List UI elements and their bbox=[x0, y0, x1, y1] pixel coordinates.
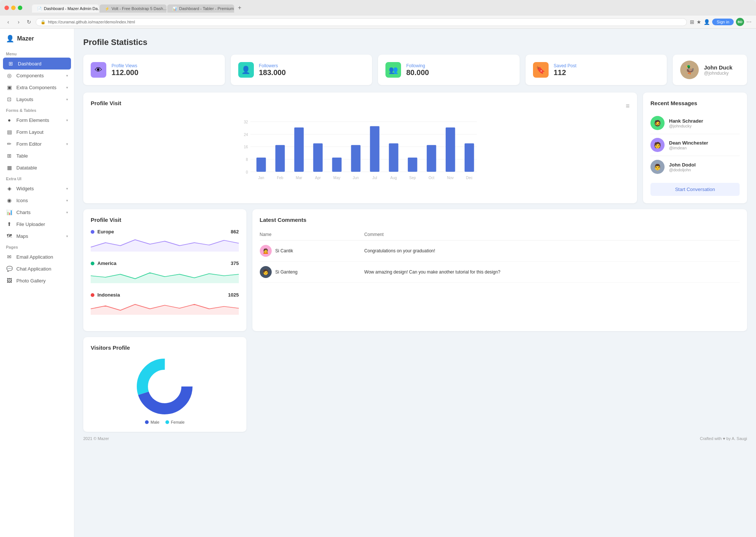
charts-icon: 📊 bbox=[6, 209, 13, 215]
sidebar-item-email[interactable]: ✉ Email Application bbox=[0, 251, 74, 263]
visit-row-europe: Europe 862 bbox=[91, 229, 239, 253]
widgets-icon: ◈ bbox=[6, 185, 13, 191]
tab-dashboard-mazer[interactable]: 📄 Dashboard - Mazer Admin Da... ✕ bbox=[32, 4, 99, 13]
sidebar-item-form-layout[interactable]: ▤ Form Layout bbox=[0, 126, 74, 138]
tab-tabler[interactable]: 📊 Dashboard - Tabler - Premium... ✕ bbox=[167, 4, 234, 13]
svg-text:Apr: Apr bbox=[315, 176, 321, 180]
chat-icon: 💬 bbox=[6, 266, 13, 272]
saved-post-icon-wrap: 🔖 bbox=[533, 62, 549, 78]
svg-text:0: 0 bbox=[246, 170, 248, 174]
sidebar-item-file-uploader[interactable]: ⬆ File Uploader bbox=[0, 218, 74, 230]
svg-text:Jun: Jun bbox=[353, 176, 359, 180]
commenter-name: Si Ganteng bbox=[275, 269, 298, 275]
start-conversation-button[interactable]: Start Conversation bbox=[650, 183, 740, 196]
table-row: 🧑 Si Ganteng Wow amazing design! Can you… bbox=[260, 262, 740, 283]
form-layout-icon: ▤ bbox=[6, 129, 13, 135]
extra-ui-label: Extra UI bbox=[0, 174, 74, 182]
svg-rect-10 bbox=[256, 158, 266, 172]
new-tab-button[interactable]: + bbox=[235, 3, 244, 13]
visit-row-america: America 375 bbox=[91, 261, 239, 285]
dashboard-icon: ⊞ bbox=[7, 61, 14, 67]
close-button[interactable] bbox=[4, 6, 9, 10]
sidebar-item-label: Charts bbox=[16, 210, 30, 215]
bookmark-icon: 🔖 bbox=[536, 65, 545, 74]
svg-text:Mar: Mar bbox=[296, 176, 303, 180]
sidebar-item-label: Datatable bbox=[16, 165, 37, 171]
sidebar-item-components[interactable]: ◎ Components ▾ bbox=[0, 69, 74, 81]
maximize-button[interactable] bbox=[18, 6, 22, 10]
svg-text:Sep: Sep bbox=[409, 176, 416, 180]
sidebar-item-dashboard[interactable]: ⊞ Dashboard bbox=[3, 58, 71, 69]
browser-traffic-lights: 📄 Dashboard - Mazer Admin Da... ✕ ⚡ Volt… bbox=[4, 3, 752, 13]
sidebar-item-charts[interactable]: 📊 Charts ▾ bbox=[0, 206, 74, 218]
stat-info-following: Following 80.000 bbox=[406, 63, 429, 77]
back-button[interactable]: ‹ bbox=[4, 18, 12, 26]
sidebar-item-left: ◎ Components bbox=[6, 72, 44, 78]
profile-card: 🦆 John Duck @johnducky bbox=[673, 55, 747, 85]
america-value: 375 bbox=[231, 261, 239, 266]
stat-value: 112 bbox=[554, 68, 576, 77]
sidebar-item-form-editor[interactable]: ✏ Form Editor ▾ bbox=[0, 138, 74, 150]
chevron-down-icon: ▾ bbox=[66, 118, 68, 122]
chevron-down-icon: ▾ bbox=[66, 142, 68, 146]
sidebar-item-label: Extra Components bbox=[16, 85, 56, 90]
datatable-icon: ▦ bbox=[6, 165, 13, 171]
chart-menu-icon[interactable]: ≡ bbox=[626, 102, 630, 110]
svg-text:24: 24 bbox=[244, 133, 248, 137]
tab-volt[interactable]: ⚡ Volt - Free Bootstrap 5 Dash... ✕ bbox=[100, 4, 167, 13]
bar-chart-svg: 32 24 16 8 0 bbox=[91, 117, 630, 191]
sidebar-item-left: ◈ Widgets bbox=[6, 185, 34, 191]
sidebar-item-form-elements[interactable]: ● Form Elements ▾ bbox=[0, 114, 74, 126]
sidebar-item-table[interactable]: ⊞ Table bbox=[0, 150, 74, 162]
svg-rect-12 bbox=[294, 127, 304, 172]
sidebar-item-icons[interactable]: ◉ Icons ▾ bbox=[0, 194, 74, 206]
sidebar-item-label: Widgets bbox=[16, 186, 34, 191]
stat-card-followers: 👤 Followers 183.000 bbox=[231, 55, 372, 85]
refresh-button[interactable]: ↻ bbox=[25, 18, 33, 26]
sidebar-item-left: ● Form Elements bbox=[6, 117, 49, 123]
extensions-icon[interactable]: ⊞ bbox=[690, 19, 694, 25]
svg-rect-17 bbox=[389, 143, 398, 172]
forward-button[interactable]: › bbox=[15, 18, 22, 26]
sidebar-item-widgets[interactable]: ◈ Widgets ▾ bbox=[0, 182, 74, 194]
female-pct-label: 30.0% bbox=[148, 385, 159, 389]
svg-text:Aug: Aug bbox=[390, 176, 397, 180]
sidebar-item-left: ◉ Icons bbox=[6, 197, 28, 203]
visit-row-header: America 375 bbox=[91, 261, 239, 266]
stat-label: Followers bbox=[259, 63, 286, 68]
profile-icon[interactable]: 👤 bbox=[704, 19, 710, 25]
chevron-down-icon: ▾ bbox=[66, 85, 68, 90]
bookmark-icon[interactable]: ★ bbox=[697, 19, 701, 25]
message-info: Hank Schrader @johnducky bbox=[669, 118, 703, 128]
sidebar-item-label: File Uploader bbox=[16, 221, 45, 227]
message-item: 👨 John Dodol @dodoljohn bbox=[650, 156, 740, 178]
sidebar-item-extra-components[interactable]: ▣ Extra Components ▾ bbox=[0, 81, 74, 93]
sidebar-item-label: Maps bbox=[16, 233, 28, 239]
sidebar-item-layouts[interactable]: ⊡ Layouts ▾ bbox=[0, 93, 74, 105]
sidebar-item-left: ⊡ Layouts bbox=[6, 96, 33, 102]
sidebar-item-label: Layouts bbox=[16, 97, 33, 102]
sign-in-button[interactable]: Sign in bbox=[712, 19, 734, 25]
col-comment-header: Comment bbox=[364, 229, 740, 240]
sidebar-item-photo-gallery[interactable]: 🖼 Photo Gallery bbox=[0, 275, 74, 287]
comment-user: 🧑 Si Ganteng bbox=[260, 266, 365, 278]
message-item: 🧔 Hank Schrader @johnducky bbox=[650, 112, 740, 134]
page-title: Profile Statistics bbox=[83, 38, 747, 47]
address-bar[interactable]: 🔒 https://zuramai.github.io/mazer/demo/i… bbox=[36, 18, 687, 26]
bottom-grid: Profile Visit Europe 862 Ame bbox=[83, 209, 747, 432]
america-sparkline bbox=[91, 268, 239, 283]
minimize-button[interactable] bbox=[11, 6, 16, 10]
comment-text-cell: Wow amazing design! Can you make another… bbox=[364, 262, 740, 283]
user-avatar[interactable]: BD bbox=[736, 18, 744, 26]
sidebar-item-datatable[interactable]: ▦ Datatable bbox=[0, 162, 74, 174]
stat-value: 80.000 bbox=[406, 68, 429, 77]
indonesia-value: 1025 bbox=[228, 292, 239, 298]
message-info: Dean Winchester @imdean bbox=[669, 140, 708, 150]
sidebar-item-maps[interactable]: 🗺 Maps ▾ bbox=[0, 230, 74, 242]
stat-info-saved-post: Saved Post 112 bbox=[554, 63, 576, 77]
table-row: 🙍 Si Cantik Congratulations on your grad… bbox=[260, 240, 740, 262]
more-icon[interactable]: ⋯ bbox=[746, 19, 752, 25]
message-handle: @imdean bbox=[669, 146, 708, 150]
sidebar-item-chat[interactable]: 💬 Chat Application bbox=[0, 263, 74, 275]
profile-handle: @johnducky bbox=[704, 71, 733, 76]
